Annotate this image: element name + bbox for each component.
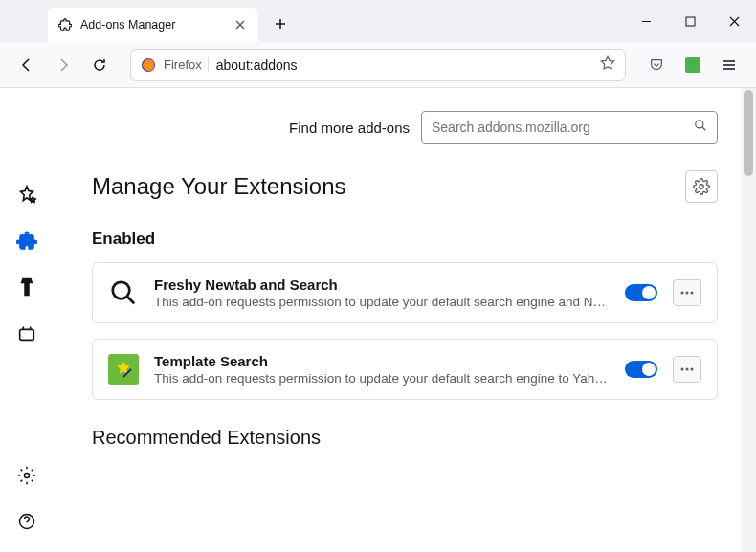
svg-point-6 (700, 185, 704, 189)
browser-tab[interactable]: Add-ons Manager (48, 8, 258, 42)
addon-search-input[interactable] (432, 120, 694, 135)
new-tab-button[interactable] (266, 10, 295, 38)
tools-menu-button[interactable] (685, 170, 718, 203)
bookmark-star-icon[interactable] (600, 55, 615, 75)
close-window-button[interactable] (712, 0, 756, 42)
themes-category[interactable] (11, 272, 42, 302)
maximize-button[interactable] (668, 0, 712, 42)
scrollbar-thumb[interactable] (744, 90, 753, 176)
extension-description: This add-on requests permission to updat… (154, 371, 610, 386)
svg-point-13 (691, 368, 694, 371)
back-button[interactable] (11, 50, 42, 80)
url-text: about:addons (216, 57, 592, 73)
extension-more-button[interactable] (673, 356, 701, 383)
close-tab-button[interactable] (232, 16, 249, 33)
firefox-icon (141, 57, 156, 73)
enable-toggle[interactable] (625, 284, 657, 301)
svg-point-11 (681, 368, 684, 371)
svg-point-5 (696, 121, 703, 128)
puzzle-icon (57, 17, 73, 33)
category-sidebar (0, 88, 54, 552)
svg-point-10 (691, 292, 694, 295)
recommended-section-title: Recommended Extensions (92, 427, 718, 449)
recommendations-category[interactable] (11, 180, 42, 210)
vertical-scrollbar[interactable] (741, 88, 756, 552)
minimize-button[interactable] (624, 0, 668, 42)
window-titlebar: Add-ons Manager (0, 0, 756, 42)
extension-info: Template Search This add-on requests per… (154, 353, 610, 386)
extension-name: Freshy Newtab and Search (154, 276, 610, 293)
template-search-icon (108, 354, 139, 385)
extension-info: Freshy Newtab and Search This add-on req… (154, 276, 610, 309)
green-extension-icon (685, 57, 700, 73)
url-bar[interactable]: Firefox about:addons (130, 49, 626, 81)
magnifier-icon (108, 277, 139, 308)
extension-toolbar-icon[interactable] (678, 50, 708, 80)
svg-point-9 (686, 292, 689, 295)
svg-point-7 (113, 282, 130, 299)
extensions-category[interactable] (11, 226, 42, 256)
page-title: Manage Your Extensions (92, 173, 685, 200)
enable-toggle[interactable] (625, 361, 657, 378)
svg-rect-2 (20, 329, 34, 340)
pocket-button[interactable] (641, 50, 672, 80)
forward-button[interactable] (48, 50, 78, 80)
search-icon (694, 119, 707, 136)
extension-more-button[interactable] (673, 279, 701, 306)
extension-card[interactable]: Freshy Newtab and Search This add-on req… (92, 262, 718, 323)
plugins-category[interactable] (11, 318, 42, 348)
main-content: Find more add-ons Manage Your Extensions… (54, 88, 756, 552)
help-button[interactable] (11, 506, 42, 537)
svg-point-12 (686, 368, 689, 371)
browser-toolbar: Firefox about:addons (0, 42, 756, 88)
reload-button[interactable] (84, 50, 115, 80)
tab-title: Add-ons Manager (80, 18, 175, 32)
find-addons-label: Find more add-ons (289, 120, 410, 136)
extension-card[interactable]: Template Search This add-on requests per… (92, 339, 718, 400)
svg-point-8 (681, 292, 684, 295)
find-addons-row: Find more add-ons (61, 111, 718, 144)
addon-settings-button[interactable] (11, 460, 42, 491)
window-controls (624, 0, 756, 42)
svg-rect-0 (686, 17, 695, 26)
enabled-section-title: Enabled (92, 230, 718, 249)
extension-description: This add-on requests permission to updat… (154, 295, 610, 309)
extension-name: Template Search (154, 353, 610, 369)
app-menu-button[interactable] (714, 50, 745, 80)
url-identity: Firefox (164, 57, 209, 72)
addon-search-box[interactable] (421, 111, 718, 144)
content-area: Find more add-ons Manage Your Extensions… (0, 88, 756, 552)
heading-row: Manage Your Extensions (92, 170, 718, 203)
svg-point-3 (25, 474, 30, 478)
